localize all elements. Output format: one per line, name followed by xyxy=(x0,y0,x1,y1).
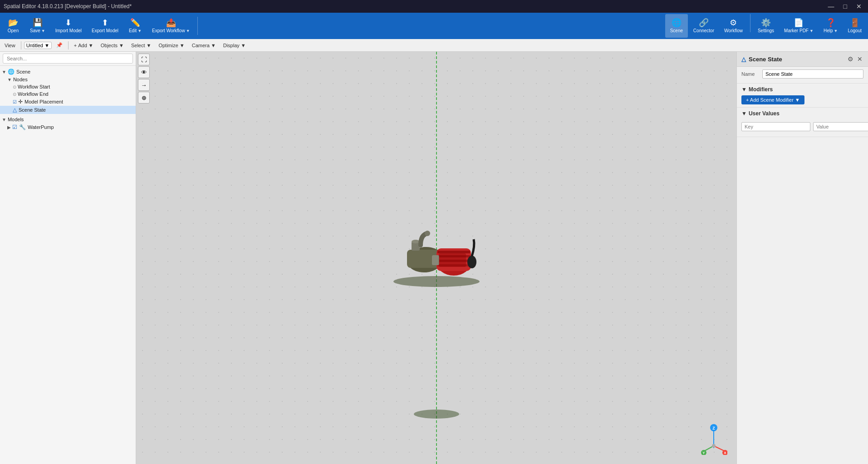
tree-workflow-end[interactable]: ⊙ Workflow End xyxy=(0,90,136,98)
connector-button[interactable]: 🔗 Connector xyxy=(689,14,719,38)
tree-scene[interactable]: ▼ 🌐 Scene xyxy=(0,68,136,76)
water-pump-chevron-icon: ▶ xyxy=(7,125,11,130)
name-field: Name xyxy=(741,69,863,79)
tree-model-placement[interactable]: ☑ ✛ Model Placement xyxy=(0,98,136,106)
optimize-button[interactable]: Optimize ▼ xyxy=(156,42,187,49)
help-button[interactable]: ❓ Help ▼ xyxy=(819,14,843,38)
axis-indicator: Z X Y xyxy=(700,423,727,450)
marker-pdf-button[interactable]: 📄 Marker PDF ▼ xyxy=(780,14,818,38)
nodes-chevron-icon: ▼ xyxy=(7,77,12,82)
zoom-button[interactable]: ⊕ xyxy=(138,92,150,104)
select-button[interactable]: Select ▼ xyxy=(128,42,154,49)
workflow-start-icon: ⊙ xyxy=(13,84,16,89)
app-title: Spatial Editor 4.18.0.213 [Developer Bui… xyxy=(4,3,132,10)
optimize-arrow: ▼ xyxy=(180,43,185,48)
modifiers-header[interactable]: ▼ Modifiers xyxy=(741,86,863,93)
panel-title: △ Scene State xyxy=(741,56,782,63)
svg-point-14 xyxy=(467,256,476,268)
tree-scene-state[interactable]: △ Scene State xyxy=(0,106,136,114)
add-modifier-arrow: ▼ xyxy=(795,97,800,103)
scene-state-icon: △ xyxy=(13,107,17,113)
right-panel-header: △ Scene State ⚙ ✕ xyxy=(737,52,868,67)
export-model-button[interactable]: ⬆ Export Model xyxy=(87,14,123,38)
add-arrow: ▼ xyxy=(88,43,93,48)
panel-close-icon[interactable]: ✕ xyxy=(856,54,863,64)
models-chevron-icon: ▼ xyxy=(2,117,6,122)
toolbar-separator-1 xyxy=(197,17,198,35)
workflow-button[interactable]: ⚙ Workflow xyxy=(720,14,747,38)
scene-state-label: Scene State xyxy=(19,107,46,113)
sec-sep-2 xyxy=(68,41,69,49)
export-model-icon: ⬆ xyxy=(102,19,108,27)
add-modifier-label: + Add Scene Modifier xyxy=(746,97,794,103)
viewport[interactable]: ⛶ 👁 → ⊕ Z X Y xyxy=(136,52,736,464)
tree-workflow-start[interactable]: ⊙ Workflow Start xyxy=(0,83,136,90)
tree-view: ▼ 🌐 Scene ▼ Nodes ⊙ Workflow Start ⊙ Wor… xyxy=(0,66,136,464)
user-values-header[interactable]: ▼ User Values xyxy=(741,110,863,117)
camera-button[interactable]: Camera ▼ xyxy=(189,42,219,49)
edit-arrow-icon: ▼ xyxy=(137,29,142,33)
marker-pdf-icon: 📄 xyxy=(794,19,804,27)
svg-text:X: X xyxy=(724,451,726,455)
camera-label: Camera xyxy=(192,43,210,48)
model-placement-check-icon: ☑ xyxy=(13,99,17,104)
main-layout: ▼ 🌐 Scene ▼ Nodes ⊙ Workflow Start ⊙ Wor… xyxy=(0,52,868,464)
logout-icon: 🚪 xyxy=(850,19,860,27)
connector-icon: 🔗 xyxy=(699,19,709,27)
objects-arrow: ▼ xyxy=(119,43,124,48)
close-button[interactable]: ✕ xyxy=(853,2,864,11)
marker-pdf-arrow: ▼ xyxy=(809,29,814,33)
left-panel: ▼ 🌐 Scene ▼ Nodes ⊙ Workflow Start ⊙ Wor… xyxy=(0,52,136,464)
logout-button[interactable]: 🚪 Logout xyxy=(843,14,866,38)
svg-text:Y: Y xyxy=(702,451,705,455)
add-modifier-button[interactable]: + Add Scene Modifier ▼ xyxy=(741,95,804,104)
tab-selector[interactable]: Untitled ▼ xyxy=(24,42,52,49)
display-button[interactable]: Display ▼ xyxy=(221,42,249,49)
tree-models[interactable]: ▼ Models xyxy=(0,116,136,123)
edit-icon: ✏️ xyxy=(130,19,140,27)
minimize-button[interactable]: — xyxy=(825,2,837,11)
svg-point-11 xyxy=(425,231,430,236)
objects-button[interactable]: Objects ▼ xyxy=(98,42,127,49)
user-values-row: + Add xyxy=(741,119,863,134)
workflow-end-icon: ⊙ xyxy=(13,92,16,97)
scene-tree-icon: 🌐 xyxy=(8,69,15,75)
add-button[interactable]: + Add ▼ xyxy=(71,42,96,49)
svg-rect-13 xyxy=(439,253,466,267)
export-workflow-icon: 📤 xyxy=(166,19,176,27)
open-button[interactable]: 📂 Open xyxy=(2,14,25,38)
panel-header-controls: ⚙ ✕ xyxy=(847,54,863,64)
model-shadow xyxy=(414,410,459,419)
panel-settings-icon[interactable]: ⚙ xyxy=(847,54,854,64)
move-button[interactable]: → xyxy=(138,79,150,91)
display-label: Display xyxy=(223,43,240,48)
save-button[interactable]: 💾 Save ▼ xyxy=(25,14,50,38)
pin-icon: 📌 xyxy=(56,42,63,48)
search-input[interactable] xyxy=(3,54,133,64)
view-button[interactable]: View xyxy=(2,42,18,49)
models-label: Models xyxy=(8,117,24,122)
modifiers-chevron-icon: ▼ xyxy=(741,86,747,93)
viewport-tools: ⛶ 👁 → ⊕ xyxy=(138,54,150,104)
import-icon: ⬇ xyxy=(65,19,72,27)
pin-button[interactable]: 📌 xyxy=(54,41,65,49)
name-input[interactable] xyxy=(762,69,863,79)
export-workflow-button[interactable]: 📤 Export Workflow ▼ xyxy=(147,14,195,38)
scene-button[interactable]: 🌐 Scene xyxy=(665,14,688,38)
import-model-button[interactable]: ⬇ Import Model xyxy=(51,14,86,38)
fullscreen-button[interactable]: ⛶ xyxy=(138,54,150,65)
value-input[interactable] xyxy=(813,122,868,131)
select-label: Select xyxy=(131,43,145,48)
workflow-end-label: Workflow End xyxy=(18,91,49,97)
tree-nodes[interactable]: ▼ Nodes xyxy=(0,76,136,83)
scene-label: Scene xyxy=(16,69,30,74)
user-values-label: User Values xyxy=(749,110,780,117)
edit-button[interactable]: ✏️ Edit ▼ xyxy=(124,14,147,38)
key-input[interactable] xyxy=(741,122,810,131)
maximize-button[interactable]: □ xyxy=(841,2,850,11)
eye-view-button[interactable]: 👁 xyxy=(138,66,150,78)
help-arrow: ▼ xyxy=(834,29,838,33)
workflow-icon: ⚙ xyxy=(730,19,737,27)
tree-water-pump[interactable]: ▶ ☑ 🔧 WaterPump xyxy=(0,123,136,131)
settings-button[interactable]: ⚙️ Settings xyxy=(753,14,779,38)
